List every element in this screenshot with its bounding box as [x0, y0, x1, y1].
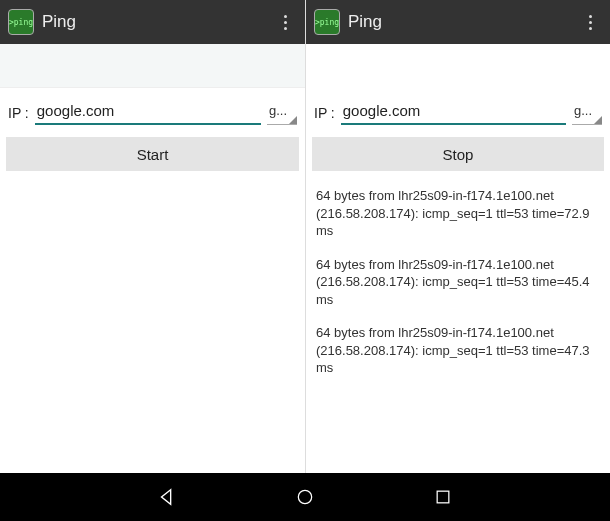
overflow-menu-icon[interactable]: [273, 15, 297, 30]
app-title: Ping: [348, 12, 578, 32]
ad-banner: [0, 44, 305, 88]
ip-row: IP : g...: [306, 88, 610, 131]
ip-label: IP :: [8, 105, 29, 125]
nav-recent-icon[interactable]: [429, 483, 457, 511]
ping-result-line: 64 bytes from lhr25s09-in-f174.1e100.net…: [316, 187, 600, 240]
overflow-menu-icon[interactable]: [578, 15, 602, 30]
titlebar: >ping Ping: [0, 0, 305, 44]
nav-home-icon[interactable]: [291, 483, 319, 511]
host-spinner[interactable]: g...: [572, 101, 602, 125]
svg-rect-1: [437, 491, 449, 503]
ping-app-icon: >ping: [314, 9, 340, 35]
app-title: Ping: [42, 12, 273, 32]
ping-app-icon: >ping: [8, 9, 34, 35]
ping-output: 64 bytes from lhr25s09-in-f174.1e100.net…: [306, 171, 610, 409]
ip-label: IP :: [314, 105, 335, 125]
ip-row: IP : g...: [0, 88, 305, 131]
ping-result-line: 64 bytes from lhr25s09-in-f174.1e100.net…: [316, 256, 600, 309]
ping-result-line: 64 bytes from lhr25s09-in-f174.1e100.net…: [316, 324, 600, 377]
android-navbar: [0, 473, 610, 521]
svg-point-0: [298, 490, 311, 503]
start-button[interactable]: Start: [6, 137, 299, 171]
titlebar: >ping Ping: [306, 0, 610, 44]
ip-input[interactable]: [341, 98, 566, 125]
screen-right: >ping Ping IP : g... Stop 64 bytes from …: [305, 0, 610, 473]
host-spinner[interactable]: g...: [267, 101, 297, 125]
ip-input[interactable]: [35, 98, 261, 125]
screen-left: >ping Ping IP : g... Start: [0, 0, 305, 473]
stop-button[interactable]: Stop: [312, 137, 604, 171]
nav-back-icon[interactable]: [153, 483, 181, 511]
